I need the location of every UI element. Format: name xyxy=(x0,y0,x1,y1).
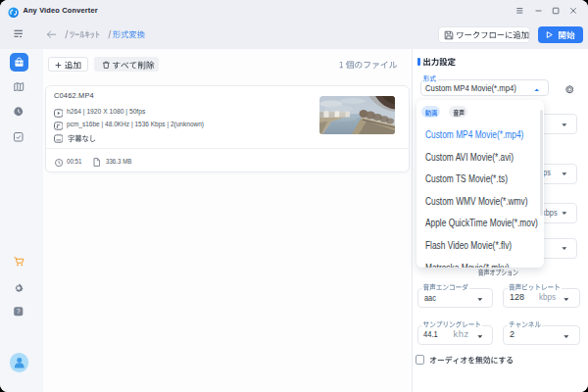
svg-text:?: ? xyxy=(17,308,21,315)
